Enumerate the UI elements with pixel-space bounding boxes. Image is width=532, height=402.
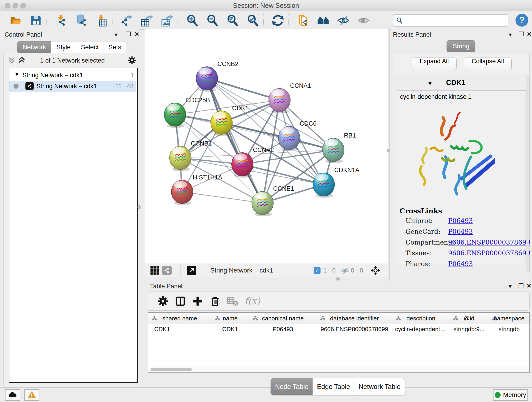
- cloud-button[interactable]: [5, 389, 20, 401]
- tab-style[interactable]: Style: [51, 41, 76, 53]
- crosslink-link[interactable]: 9606.ENSP00000378699: [448, 239, 530, 246]
- zoom-selected-button[interactable]: [244, 14, 261, 27]
- network-tree: ▼ String Network – cdk1 1 String Network…: [9, 68, 138, 383]
- column-header-namespace[interactable]: namespace: [488, 313, 530, 324]
- tab-edge-table[interactable]: Edge Table: [312, 378, 355, 395]
- clone-network-button[interactable]: [295, 14, 311, 27]
- control-panel-close-icon[interactable]: ✕: [134, 31, 139, 38]
- column-header-@id[interactable]: @id: [450, 313, 489, 324]
- network-collection-row[interactable]: ▼ String Network – cdk1 1: [9, 70, 136, 81]
- tab-string[interactable]: String: [447, 40, 475, 52]
- node-CDKN1A[interactable]: CDKN1A: [313, 167, 360, 198]
- crosslink-link[interactable]: P06493: [448, 217, 473, 225]
- left-splitter-handle[interactable]: [138, 205, 141, 209]
- collapse-all-networks-icon[interactable]: [8, 56, 16, 64]
- table-cell[interactable]: cyclin-dependent ...: [392, 326, 450, 333]
- edge-HIST1H1A-CCNE1[interactable]: [182, 192, 263, 203]
- crosslink-label: GeneCard:: [405, 228, 440, 235]
- import-table-button[interactable]: [93, 14, 110, 27]
- search-input[interactable]: [403, 16, 508, 25]
- detach-view-icon[interactable]: [187, 266, 196, 275]
- edge-CCNB2-CCNE1[interactable]: [207, 78, 263, 203]
- crosslink-link[interactable]: 9606.ENSP00000378699: [448, 249, 530, 257]
- table-cell[interactable]: P06493: [249, 326, 317, 333]
- warnings-button[interactable]: [24, 389, 39, 401]
- refresh-button[interactable]: [270, 14, 286, 27]
- results-panel-close-icon[interactable]: ✕: [527, 31, 532, 38]
- string-home-button[interactable]: [315, 14, 331, 27]
- tab-node-table[interactable]: Node Table: [271, 378, 313, 395]
- column-header-database-identifier[interactable]: database identifier: [317, 313, 393, 324]
- results-panel-float-icon[interactable]: ❐: [519, 31, 524, 38]
- column-header-name[interactable]: name: [211, 313, 249, 324]
- share-view-icon[interactable]: [162, 266, 172, 275]
- tab-network-table[interactable]: Network Table: [354, 378, 405, 395]
- crosslink-link[interactable]: P06493: [448, 228, 473, 235]
- expand-all-button[interactable]: Expand All: [412, 57, 457, 70]
- birdseye-crosshair-icon[interactable]: [370, 265, 380, 275]
- control-panel-float-icon[interactable]: ❐: [126, 31, 131, 38]
- results-scrollbar[interactable]: [526, 75, 529, 272]
- control-panel-collapse-icon[interactable]: ▾: [114, 31, 118, 38]
- crosslink-label: Uniprot:: [405, 217, 433, 225]
- export-table-button[interactable]: [139, 14, 155, 27]
- edge-CCNB2-CCNA1[interactable]: [207, 78, 279, 100]
- table-cell[interactable]: stringdb:9...: [450, 326, 488, 333]
- collapse-all-button[interactable]: Collapse All: [464, 57, 512, 70]
- crosslink-link[interactable]: P06493: [448, 260, 473, 268]
- show-columns-icon[interactable]: [174, 295, 186, 307]
- node-RB1[interactable]: RB1: [323, 132, 356, 163]
- column-header-description[interactable]: description: [392, 313, 450, 324]
- export-image-button[interactable]: [159, 14, 175, 27]
- tab-network[interactable]: Network: [17, 41, 51, 53]
- node-CCNB2[interactable]: CCNB2: [196, 61, 239, 92]
- save-session-button[interactable]: [28, 14, 44, 27]
- column-header-canonical-name[interactable]: canonical name: [249, 313, 317, 324]
- node-CCNE1[interactable]: CCNE1: [252, 185, 294, 216]
- protein-expand-icon[interactable]: ▼: [427, 80, 433, 87]
- add-column-icon[interactable]: [192, 295, 204, 307]
- table-options-gear-icon[interactable]: [157, 295, 169, 307]
- search-box[interactable]: [393, 14, 508, 27]
- table-panel-float-icon[interactable]: ❐: [518, 282, 524, 289]
- show-all-button[interactable]: [355, 14, 372, 27]
- hide-selected-button[interactable]: [335, 14, 352, 27]
- protein-details-box: cyclin-dependent kinase 1: [397, 90, 526, 264]
- zoom-out-button[interactable]: [204, 14, 221, 27]
- tab-sets[interactable]: Sets: [104, 41, 126, 53]
- delete-column-icon[interactable]: [209, 295, 221, 307]
- zoom-fit-button[interactable]: [224, 14, 241, 27]
- export-network-button[interactable]: [119, 14, 135, 27]
- collection-expand-icon[interactable]: ▼: [14, 71, 19, 77]
- table-hscrollbar-thumb[interactable]: [151, 368, 192, 371]
- grid-view-icon[interactable]: [150, 266, 159, 275]
- tab-select[interactable]: Select: [76, 41, 104, 53]
- table-panel-collapse-icon[interactable]: ▾: [509, 283, 512, 290]
- memory-button[interactable]: Memory: [493, 389, 528, 401]
- table-cell[interactable]: stringdb: [488, 326, 530, 333]
- network-canvas[interactable]: CCNB2CCNA1CDC25BCDK1CDC6RB1CCNB1CCNA2CDK…: [145, 29, 388, 264]
- open-session-icon: [10, 14, 22, 27]
- column-header-shared-name[interactable]: shared name: [148, 313, 211, 324]
- open-session-button[interactable]: [7, 14, 24, 27]
- zoom-in-button[interactable]: [184, 14, 201, 27]
- node-CCNA1[interactable]: CCNA1: [269, 82, 311, 114]
- node-HIST1H1A[interactable]: HIST1H1A: [171, 174, 222, 205]
- hidden-eye-slash-icon[interactable]: [341, 267, 349, 274]
- expand-all-networks-icon[interactable]: [18, 56, 26, 64]
- network-row-selected[interactable]: String Network – cdk1 11 48: [9, 81, 136, 92]
- node-CDC6[interactable]: CDC6: [278, 120, 317, 151]
- node-CCNB1[interactable]: CCNB1: [170, 140, 212, 171]
- node-label-CCNA2: CCNA2: [253, 147, 274, 153]
- network-options-gear-icon[interactable]: [127, 56, 137, 65]
- results-panel-collapse-icon[interactable]: ▾: [509, 31, 512, 38]
- help-icon[interactable]: ?: [515, 14, 528, 27]
- import-database-button[interactable]: [73, 14, 89, 27]
- table-panel-close-icon[interactable]: ✕: [526, 282, 532, 289]
- table-hscrollbar[interactable]: [149, 367, 528, 372]
- selected-checkbox-icon[interactable]: ✓: [314, 267, 321, 274]
- import-network-button[interactable]: [53, 14, 70, 27]
- table-cell[interactable]: CDK1: [211, 326, 249, 333]
- table-cell[interactable]: CDK1: [154, 326, 170, 333]
- table-cell[interactable]: 9606.ENSP00000378699: [317, 326, 392, 333]
